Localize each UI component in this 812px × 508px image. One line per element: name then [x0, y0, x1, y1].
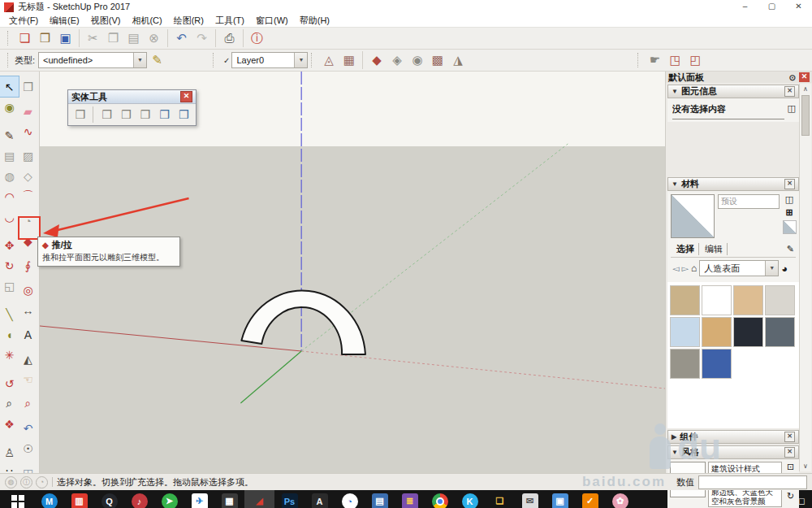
- offset-tool[interactable]: ◎: [19, 280, 37, 300]
- select-tool[interactable]: ↖: [0, 76, 19, 97]
- styles-header[interactable]: ▼ 风格 ✕: [667, 445, 799, 459]
- menu-camera[interactable]: 相机(C): [126, 14, 167, 27]
- redo-icon[interactable]: ↷: [192, 29, 216, 47]
- outer-shell-icon[interactable]: ❒: [71, 106, 93, 123]
- zoom-tool[interactable]: ⌕: [0, 393, 19, 414]
- material-swatch-darknavy[interactable]: [733, 317, 763, 347]
- 3d-text-tool[interactable]: ◭: [19, 349, 37, 369]
- look-around-tool[interactable]: ☉: [19, 438, 37, 458]
- copy-icon[interactable]: ❐: [103, 29, 123, 47]
- menu-window[interactable]: 窗口(W): [250, 14, 294, 27]
- model-info-icon[interactable]: ⓘ: [247, 29, 267, 47]
- paste-icon[interactable]: ▤: [123, 29, 144, 47]
- close-icon[interactable]: ✕: [784, 447, 795, 458]
- classifier-hand-icon[interactable]: ☛: [645, 51, 665, 69]
- minimize-button[interactable]: –: [732, 0, 758, 14]
- position-camera-tool[interactable]: ♙: [0, 442, 19, 462]
- back-icon[interactable]: ◅: [672, 263, 679, 274]
- close-icon[interactable]: ✕: [784, 86, 795, 97]
- taskbar-app-file-explorer[interactable]: ❏: [485, 490, 515, 508]
- close-icon[interactable]: ✕: [784, 179, 795, 189]
- rectangle-tool[interactable]: ▤: [0, 145, 19, 166]
- tab-select[interactable]: 选择: [672, 243, 699, 255]
- dimension-tool[interactable]: ↔: [19, 300, 37, 320]
- material-swatch-blue[interactable]: [702, 349, 732, 379]
- eraser-tool[interactable]: ▰: [19, 101, 37, 121]
- menu-edit[interactable]: 编辑(E): [44, 14, 85, 27]
- orbit-tool[interactable]: ↺: [0, 373, 19, 393]
- advanced-attributes-icon[interactable]: ◫: [788, 103, 796, 114]
- taskbar-app-brain[interactable]: ✿: [605, 490, 635, 508]
- scale-tool[interactable]: ◱: [0, 276, 19, 296]
- taskbar-app-browser-m[interactable]: M: [34, 490, 64, 508]
- start-button[interactable]: [0, 490, 34, 508]
- scroll-down-icon[interactable]: ∨: [800, 461, 811, 471]
- new-icon[interactable]: ❏: [15, 29, 35, 47]
- chevron-down-icon[interactable]: ▼: [133, 53, 146, 67]
- cut-icon[interactable]: ✂: [83, 29, 103, 47]
- taskbar-app-stock[interactable]: ▥: [64, 490, 94, 508]
- panel-scrollbar[interactable]: ∧ ∨: [799, 84, 811, 471]
- taskbar-app-winrar[interactable]: ≣: [395, 490, 425, 508]
- home-icon[interactable]: ⌂: [691, 263, 697, 274]
- forward-icon[interactable]: ▻: [681, 263, 688, 274]
- classifier-report-icon[interactable]: ◳: [665, 51, 685, 69]
- circle-tool[interactable]: ◍: [0, 166, 19, 186]
- eyedropper-icon[interactable]: ✎: [787, 244, 794, 254]
- rotate-tool[interactable]: ↻: [0, 255, 19, 276]
- taskbar-app-netdisk[interactable]: ◔: [335, 490, 365, 508]
- display-pane-icon[interactable]: ◫: [785, 194, 793, 205]
- pin-icon[interactable]: ⊙: [789, 73, 796, 82]
- move-tool[interactable]: ✥: [0, 235, 19, 255]
- taskbar-app-design-a[interactable]: A: [304, 490, 335, 508]
- from-scratch-icon[interactable]: ▦: [339, 51, 363, 69]
- polygon-tool[interactable]: ◇: [19, 166, 37, 186]
- edit-type-icon[interactable]: ✎: [147, 51, 167, 69]
- menu-view[interactable]: 视图(V): [85, 14, 127, 27]
- taskbar-app-photoshop[interactable]: Ps: [274, 490, 304, 508]
- delete-icon[interactable]: ⊗: [144, 29, 168, 47]
- drawing-canvas[interactable]: 实体工具 ✕ ❒❒❒❒❒❒: [40, 72, 665, 473]
- add-detail-icon[interactable]: ▩: [427, 51, 447, 69]
- save-icon[interactable]: ▣: [55, 29, 80, 47]
- default-panel-header[interactable]: 默认面板 ⊙ ✕: [666, 72, 812, 83]
- make-component-tool[interactable]: ❒: [19, 76, 37, 97]
- text-tool[interactable]: A: [19, 324, 37, 345]
- scroll-up-icon[interactable]: ∧: [800, 84, 811, 94]
- toolbar-drag-handle[interactable]: [7, 53, 11, 67]
- pan-tool[interactable]: ☜: [19, 369, 37, 389]
- components-header[interactable]: ▶ 组件 ✕: [667, 430, 799, 444]
- two-point-arc-tool[interactable]: ⌒: [19, 186, 37, 206]
- chevron-down-icon[interactable]: ▼: [294, 53, 307, 67]
- close-icon[interactable]: ✕: [180, 91, 192, 102]
- taskbar-app-map[interactable]: ➤: [154, 490, 184, 508]
- create-material-icon[interactable]: ⊞: [785, 207, 793, 218]
- undo-icon[interactable]: ↶: [171, 29, 192, 47]
- rotated-rectangle-tool[interactable]: ▨: [19, 145, 37, 166]
- menu-file[interactable]: 文件(F): [3, 14, 44, 27]
- arc-tool[interactable]: ◠: [0, 186, 19, 206]
- help-icon[interactable]: ◔: [36, 476, 48, 488]
- close-icon[interactable]: ✕: [784, 432, 795, 442]
- material-swatch-white[interactable]: [702, 285, 732, 315]
- taskbar-app-sketchup[interactable]: ◢: [244, 490, 274, 508]
- material-swatch-slate[interactable]: [765, 317, 795, 347]
- entity-info-header[interactable]: ▼ 图元信息 ✕: [667, 85, 799, 98]
- trim-icon[interactable]: ❒: [156, 106, 174, 123]
- material-swatch-beige[interactable]: [702, 317, 732, 347]
- material-swatch-lightgray[interactable]: [765, 285, 795, 315]
- taskbar-app-calculator[interactable]: ▦: [214, 490, 244, 508]
- materials-header[interactable]: ▼ 材料 ✕: [667, 177, 799, 191]
- stamp-icon[interactable]: ◈: [387, 51, 407, 69]
- zoom-previous-tool[interactable]: ↶: [19, 418, 37, 438]
- material-swatch-tan[interactable]: [670, 285, 700, 315]
- taskbar-app-notes[interactable]: ▤: [365, 490, 395, 508]
- taskbar-app-k[interactable]: K: [455, 490, 485, 508]
- close-icon[interactable]: ✕: [799, 72, 810, 82]
- material-swatch-graybrown[interactable]: [670, 349, 700, 379]
- union-icon[interactable]: ❒: [117, 106, 135, 123]
- zoom-window-tool[interactable]: ⌕: [19, 393, 37, 414]
- line-tool[interactable]: ✎: [0, 125, 19, 145]
- tab-edit[interactable]: 编辑: [701, 243, 728, 255]
- sample-paint-icon[interactable]: ◕: [781, 263, 788, 275]
